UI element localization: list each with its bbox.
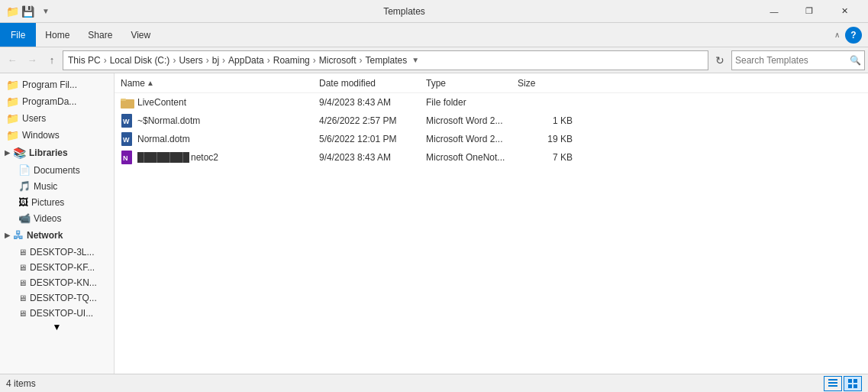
column-size[interactable]: Size [518, 78, 579, 89]
column-type[interactable]: Type [426, 78, 518, 89]
back-button[interactable]: ← [3, 51, 21, 70]
path-appdata: AppData [228, 55, 264, 66]
address-path[interactable]: This PC › Local Disk (C:) › Users › bj ›… [63, 50, 708, 70]
file-type: Microsoft OneNot... [426, 152, 518, 163]
sidebar-item-documents[interactable]: 📄 Documents [0, 162, 114, 178]
table-row[interactable]: LiveContent 9/4/2023 8:43 AM File folder [115, 93, 868, 112]
pictures-icon: 🖼 [18, 196, 28, 208]
documents-icon: 📄 [18, 164, 31, 176]
sidebar-item-videos[interactable]: 📹 Videos [0, 210, 114, 226]
sidebar-item-desktopui[interactable]: 🖥 DESKTOP-UI... [0, 306, 114, 321]
sidebar-label: Program Fil... [22, 79, 77, 90]
file-date: 4/26/2022 2:57 PM [319, 115, 426, 126]
dropdown-icon[interactable]: ▼ [40, 5, 52, 18]
table-row[interactable]: W Normal.dotm 5/6/2022 12:01 PM Microsof… [115, 130, 868, 148]
main-area: 📁 Program Fil... 📁 ProgramDa... 📁 Users … [0, 73, 868, 374]
refresh-button[interactable]: ↻ [710, 50, 730, 70]
sidebar-item-programfiles[interactable]: 📁 Program Fil... [0, 76, 114, 93]
path-localdisk: Local Disk (C:) [110, 55, 170, 66]
sidebar-label: DESKTOP-KN... [30, 277, 97, 288]
folder-icon: 📁 [6, 96, 19, 108]
title-bar: 📁 💾 ▼ Templates — ❐ ✕ [0, 0, 868, 23]
file-type: Microsoft Word 2... [426, 115, 518, 126]
sidebar-item-desktoptq[interactable]: 🖥 DESKTOP-TQ... [0, 290, 114, 306]
menu-bar-right: ∧ ? [831, 27, 868, 44]
path-microsoft: Microsoft [319, 55, 357, 66]
sidebar-label: Windows [22, 130, 60, 141]
svg-rect-9 [828, 382, 837, 384]
expand-icon: ▶ [5, 149, 10, 157]
videos-icon: 📹 [18, 212, 31, 224]
sidebar-item-desktopkf[interactable]: 🖥 DESKTOP-KF... [0, 260, 114, 275]
search-box[interactable]: 🔍 [731, 50, 865, 70]
path-roaming: Roaming [273, 55, 310, 66]
minimize-button[interactable]: — [757, 0, 792, 23]
word-icon: W [121, 132, 134, 146]
maximize-button[interactable]: ❐ [792, 0, 827, 23]
sidebar-item-windows[interactable]: 📁 Windows [0, 127, 114, 144]
file-list: LiveContent 9/4/2023 8:43 AM File folder… [115, 93, 868, 374]
file-type: File folder [426, 97, 518, 108]
view-menu[interactable]: View [121, 23, 160, 47]
libraries-section[interactable]: ▶ 📚 Libraries [0, 144, 114, 162]
column-name[interactable]: Name ▲ [121, 78, 319, 89]
table-row[interactable]: N ████████ netoc2 9/4/2023 8:43 AM Micro… [115, 148, 868, 167]
column-date[interactable]: Date modified [319, 78, 426, 89]
file-name: ~$Normal.dotm [137, 115, 319, 126]
file-size: 19 KB [518, 134, 579, 144]
file-name: ████████ netoc2 [137, 152, 319, 163]
folder-icon: 📁 [6, 112, 19, 125]
file-menu[interactable]: File [0, 23, 36, 47]
menu-bar: File Home Share View ∧ ? [0, 23, 868, 47]
sidebar-item-desktop3l[interactable]: 🖥 DESKTOP-3L... [0, 245, 114, 260]
item-count: 4 items [6, 378, 36, 389]
column-headers: Name ▲ Date modified Type Size [115, 73, 868, 93]
up-button[interactable]: ↑ [43, 51, 61, 70]
table-row[interactable]: W ~$Normal.dotm 4/26/2022 2:57 PM Micros… [115, 112, 868, 130]
help-button[interactable]: ? [845, 27, 862, 44]
network-section[interactable]: ▶ 🖧 Network [0, 226, 114, 245]
search-icon: 🔍 [850, 55, 861, 66]
sidebar-label: Documents [34, 165, 80, 176]
address-bar: ← → ↑ This PC › Local Disk (C:) › Users … [0, 47, 868, 73]
sidebar-item-pictures[interactable]: 🖼 Pictures [0, 194, 114, 210]
svg-rect-8 [828, 379, 837, 381]
file-date: 9/4/2023 8:43 AM [319, 152, 426, 163]
path-thispc: This PC [68, 55, 101, 66]
sidebar-item-users[interactable]: 📁 Users [0, 110, 114, 127]
share-menu[interactable]: Share [79, 23, 121, 47]
sidebar-label: DESKTOP-TQ... [30, 293, 97, 303]
network-label: Network [27, 230, 63, 241]
monitor-icon: 🖥 [18, 248, 27, 257]
sidebar-label: DESKTOP-UI... [30, 308, 93, 319]
svg-rect-12 [853, 379, 857, 383]
path-bj: bj [212, 55, 219, 66]
sidebar-item-programdata[interactable]: 📁 ProgramDa... [0, 93, 114, 110]
home-menu[interactable]: Home [36, 23, 79, 47]
onenote-icon: N [121, 151, 134, 164]
monitor-icon: 🖥 [18, 263, 27, 272]
svg-rect-1 [121, 99, 126, 101]
sidebar-label: Videos [34, 213, 61, 224]
forward-button[interactable]: → [23, 51, 41, 70]
sidebar-item-music[interactable]: 🎵 Music [0, 178, 114, 194]
details-view-button[interactable] [824, 376, 842, 391]
folder-icon: 📁 [6, 129, 19, 141]
save-icon: 💾 [21, 5, 34, 18]
svg-text:N: N [123, 154, 128, 162]
search-input[interactable] [735, 55, 850, 66]
path-templates: Templates [365, 55, 407, 66]
file-type: Microsoft Word 2... [426, 134, 518, 144]
sidebar-scroll-down[interactable]: ▼ [0, 321, 114, 333]
path-dropdown-icon[interactable]: ▼ [411, 56, 419, 64]
close-button[interactable]: ✕ [827, 0, 862, 23]
sidebar-item-desktopkn[interactable]: 🖥 DESKTOP-KN... [0, 275, 114, 290]
word-icon: W [121, 114, 134, 128]
sidebar: 📁 Program Fil... 📁 ProgramDa... 📁 Users … [0, 73, 115, 374]
sort-arrow-icon: ▲ [147, 79, 154, 87]
svg-rect-10 [828, 385, 837, 387]
file-date: 9/4/2023 8:43 AM [319, 97, 426, 108]
large-icon-view-button[interactable] [844, 376, 862, 391]
libraries-icon: 📚 [13, 147, 26, 159]
ribbon-collapse-icon[interactable]: ∧ [834, 31, 840, 39]
